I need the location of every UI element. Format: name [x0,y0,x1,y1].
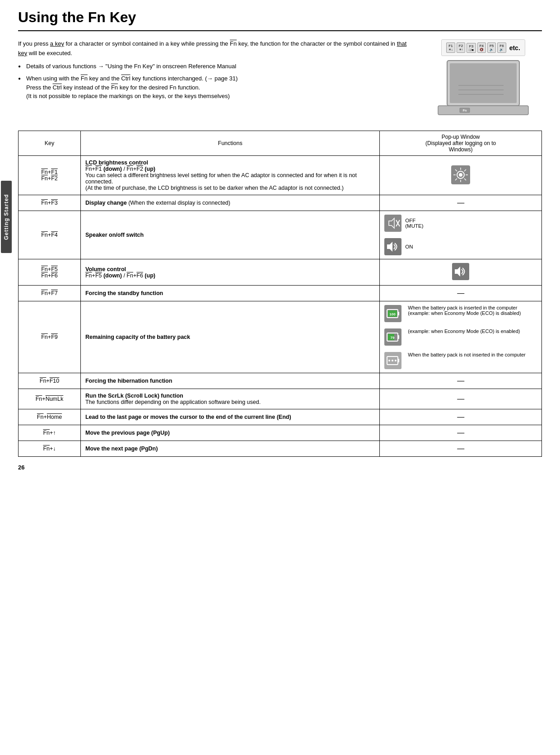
func-cell-home: Lead to the last page or moves the curso… [80,409,379,425]
popup-row-on: ON [384,238,537,255]
bullet-1: Details of various functions → "Using th… [18,62,411,71]
page-title: Using the Fn Key [18,9,542,31]
table-row: Fn+F10 Forcing the hibernation function … [19,373,542,389]
key-cell-pgdn: Fn+↓ [19,441,81,457]
laptop-svg: Fn [434,58,533,122]
func-cell-f4: Speaker on/off switch [80,211,379,259]
func-cell-f5f6: Volume control Fn+F5 (down) / Fn+F6 (up) [80,259,379,286]
table-row: Fn+F1 Fn+F2 LCD brightness control Fn+F1… [19,156,542,195]
svg-rect-29 [398,312,399,315]
sidebar-label: Getting Started [3,194,9,240]
popup-cell-f10: — [380,373,542,389]
func-cell-numlk: Run the ScrLk (Scroll Lock) function The… [80,389,379,409]
popup-row-mute: OFF(MUTE) [384,215,537,232]
svg-text:79: 79 [391,336,395,340]
table-row: Fn+F5 Fn+F6 Volume control Fn+F5 (down) … [19,259,542,286]
keyboard-illustration: F1☀↓ F2☀↑ F3□/■ F4🔇 F5🔉 F6🔊 etc. [425,39,542,122]
popup-cell-pgdn: — [380,441,542,457]
popup-battery-content: 100 When the battery pack is inserted in… [384,305,537,369]
svg-rect-1 [450,63,517,103]
svg-rect-39 [398,359,399,362]
key-cell-f5f6: Fn+F5 Fn+F6 [19,259,81,286]
func-cell-pgup: Move the previous page (PgUp) [80,425,379,441]
col-header-popup: Pop-up Window(Displayed after logging on… [380,131,542,156]
svg-text:Fn: Fn [463,109,467,112]
key-cell-numlk: Fn+NumLk [19,389,81,409]
speaker-on-icon [384,238,401,255]
intro-section: If you press a key for a character or sy… [18,39,542,122]
svg-rect-19 [384,215,401,232]
volume-icon [452,263,469,280]
table-row: Fn+Home Lead to the last page or moves t… [19,409,542,425]
svg-point-41 [392,360,393,361]
intro-bullets: Details of various functions → "Using th… [18,62,411,101]
table-row: Fn+F9 Remaining capacity of the battery … [19,301,542,373]
popup-cell-f4: OFF(MUTE) ON [380,211,542,259]
popup-cell-home: — [380,409,542,425]
func-cell-f10: Forcing the hibernation function [80,373,379,389]
popup-cell-f1f2 [380,156,542,195]
key-cell-f10: Fn+F10 [19,373,81,389]
svg-point-10 [459,173,462,177]
bullet-2: When using with the Fn key and the Ctrl … [18,74,411,101]
key-cell-f3: Fn+F3 [19,195,81,211]
table-row: Fn+NumLk Run the ScrLk (Scroll Lock) fun… [19,389,542,409]
popup-row-battery100: 100 When the battery pack is inserted in… [384,305,537,322]
battery-79-icon: 79 [384,328,401,346]
f1-key: F1☀↓ [446,42,455,53]
key-cell-f4: Fn+F4 [19,211,81,259]
page-number: 26 [18,464,542,471]
popup-cell-f5f6 [380,259,542,286]
svg-rect-25 [452,263,469,280]
func-cell-f1f2: LCD brightness control Fn+F1 (down) / Fn… [80,156,379,195]
popup-cell-f7: — [380,286,542,301]
f4-key: F4🔇 [477,42,486,53]
func-cell-f7: Forcing the standby function [80,286,379,301]
mute-icon [384,215,401,232]
key-cell-f9: Fn+F9 [19,301,81,373]
svg-point-42 [395,360,397,361]
brightness-icon [451,165,470,184]
f3-key: F3□/■ [467,43,476,53]
f6-key: F6🔊 [497,42,506,53]
table-row: Fn+F7 Forcing the standby function — [19,286,542,301]
battery-100-label: When the battery pack is inserted in the… [408,305,521,316]
popup-cell-f3: — [380,195,542,211]
fn-key-table: Key Functions Pop-up Window(Displayed af… [18,131,542,457]
battery-79-label: (example: when Economy Mode (ECO) is ena… [408,328,520,334]
key-cell-f7: Fn+F7 [19,286,81,301]
popup-row-battery79: 79 (example: when Economy Mode (ECO) is … [384,328,537,346]
key-cell-f1f2: Fn+F1 Fn+F2 [19,156,81,195]
f5-key: F5🔉 [487,42,496,53]
key-cell-pgup: Fn+↑ [19,425,81,441]
svg-point-40 [388,360,390,361]
col-header-key: Key [19,131,81,156]
popup-cell-numlk: — [380,389,542,409]
popup-row-battery-empty: When the battery pack is not inserted in… [384,352,537,369]
svg-rect-5 [438,106,528,115]
popup-cell-f9: 100 When the battery pack is inserted in… [380,301,542,373]
intro-paragraph: If you press a key for a character or sy… [18,39,411,58]
speaker-on-label: ON [405,244,413,249]
table-row: Fn+F3 Display change (When the external … [19,195,542,211]
col-header-functions: Functions [80,131,379,156]
svg-rect-34 [398,335,399,339]
svg-rect-23 [384,238,401,255]
func-cell-f3: Display change (When the external displa… [80,195,379,211]
table-row: Fn+F4 Speaker on/off switch [19,211,542,259]
popup-content-f4: OFF(MUTE) ON [384,215,537,255]
table-row: Fn+↑ Move the previous page (PgUp) — [19,425,542,441]
key-cell-home: Fn+Home [19,409,81,425]
func-cell-pgdn: Move the next page (PgDn) [80,441,379,457]
battery-empty-label: When the battery pack is not inserted in… [408,352,525,357]
f2-key: F2☀↑ [457,42,466,53]
fkey-diagram: F1☀↓ F2☀↑ F3□/■ F4🔇 F5🔉 F6🔊 etc. [441,39,525,56]
table-row: Fn+↓ Move the next page (PgDn) — [19,441,542,457]
func-cell-f9: Remaining capacity of the battery pack [80,301,379,373]
battery-empty-icon [384,352,401,369]
popup-cell-pgup: — [380,425,542,441]
getting-started-sidebar: Getting Started [1,181,12,253]
etc-label: etc. [509,44,520,52]
intro-text: If you press a key for a character or sy… [18,39,411,122]
mute-label: OFF(MUTE) [405,218,423,229]
